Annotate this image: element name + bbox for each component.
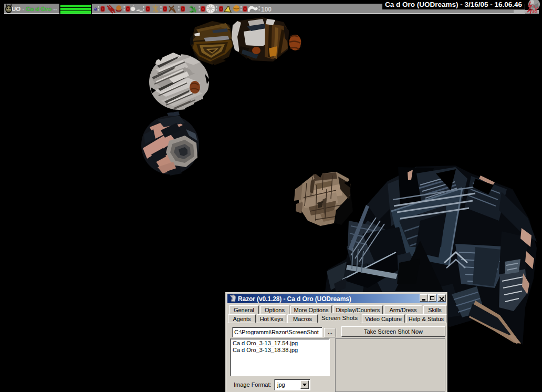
svg-text:100: 100 (261, 6, 272, 13)
svg-text:3D: 3D (532, 9, 537, 14)
